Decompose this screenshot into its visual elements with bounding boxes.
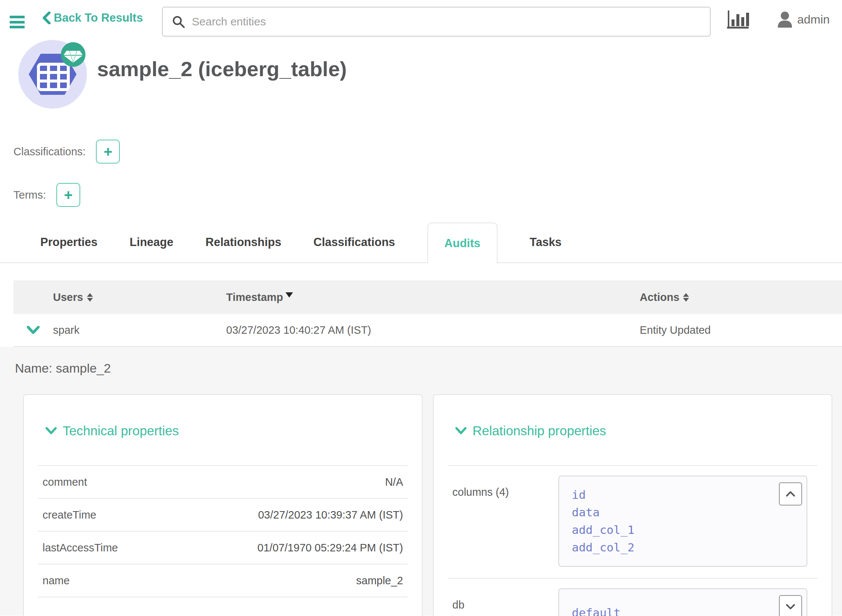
entity-tabs: Properties Lineage Relationships Classif… xyxy=(0,223,842,262)
sort-descending-icon xyxy=(286,288,293,300)
tab-audits-active[interactable]: Audits xyxy=(427,223,498,264)
classifications-row: Classifications: + xyxy=(13,140,842,164)
add-classification-button[interactable]: + xyxy=(96,140,120,164)
add-term-button[interactable]: + xyxy=(56,183,80,207)
technical-properties-title: Technical properties xyxy=(63,423,179,438)
db-link-default[interactable]: default xyxy=(572,604,807,616)
relationship-properties-toggle[interactable]: Relationship properties xyxy=(455,423,817,438)
classifications-label: Classifications: xyxy=(13,146,85,158)
chevron-down-icon xyxy=(455,427,467,435)
audit-row: spark 03/27/2023 10:40:27 AM (IST) Entit… xyxy=(13,314,842,347)
username-label: admin xyxy=(797,13,830,27)
tab-classifications[interactable]: Classifications xyxy=(314,223,395,262)
tab-properties[interactable]: Properties xyxy=(40,223,97,262)
top-bar: Back To Results admin xyxy=(0,0,842,37)
page-title: sample_2 (iceberg_table) xyxy=(97,57,347,81)
sort-both-icon xyxy=(683,293,689,302)
entity-header: sample_2 (iceberg_table) xyxy=(0,37,842,131)
db-key-label: db xyxy=(452,588,558,611)
column-link-id[interactable]: id xyxy=(572,486,807,504)
relationship-properties-title: Relationship properties xyxy=(473,423,606,438)
relationship-properties-card: Relationship properties columns (4) id d… xyxy=(433,394,832,616)
tab-tasks[interactable]: Tasks xyxy=(530,223,562,262)
audit-row-action: Entity Updated xyxy=(634,324,842,336)
audit-detail-panel: Name: sample_2 Technical properties comm… xyxy=(0,347,842,616)
audits-table: Users Timestamp Actions spark xyxy=(13,280,842,347)
audit-row-timestamp: 03/27/2023 10:40:27 AM (IST) xyxy=(220,324,634,336)
chevron-down-icon xyxy=(46,427,57,435)
expand-db-button[interactable] xyxy=(779,595,802,616)
relationship-row-db: db default xyxy=(448,579,817,616)
search-icon xyxy=(172,15,185,28)
search-box xyxy=(162,7,711,37)
column-header-users[interactable]: Users xyxy=(47,291,220,304)
search-input[interactable] xyxy=(192,15,677,28)
hamburger-menu-icon[interactable] xyxy=(10,16,25,28)
tabs-divider xyxy=(0,262,842,263)
property-row-name: name sample_2 xyxy=(38,564,408,597)
relationship-row-columns: columns (4) id data add_col_1 add_col_2 xyxy=(448,466,817,579)
user-icon xyxy=(777,11,793,28)
statistics-chart-icon[interactable] xyxy=(727,10,750,31)
column-link-add-col-1[interactable]: add_col_1 xyxy=(572,521,807,539)
db-value-box: default xyxy=(558,588,807,616)
terms-label: Terms: xyxy=(13,189,46,201)
audit-row-user: spark xyxy=(47,324,220,336)
columns-key-label: columns (4) xyxy=(452,476,558,498)
terms-row: Terms: + xyxy=(13,183,842,207)
column-link-data[interactable]: data xyxy=(572,504,807,521)
back-to-results-link[interactable]: Back To Results xyxy=(42,11,143,25)
user-menu[interactable]: admin xyxy=(777,11,830,28)
collapse-columns-button[interactable] xyxy=(779,482,802,505)
back-link-label: Back To Results xyxy=(54,11,143,25)
property-row-createtime: createTime 03/27/2023 10:39:37 AM (IST) xyxy=(38,499,408,532)
chevron-down-icon xyxy=(786,604,795,610)
technical-properties-card: Technical properties comment N/A createT… xyxy=(23,394,422,616)
iceberg-table-entity-icon xyxy=(17,38,88,111)
column-header-actions[interactable]: Actions xyxy=(634,291,842,304)
audits-table-header: Users Timestamp Actions xyxy=(13,280,842,314)
chevron-up-icon xyxy=(786,491,795,497)
columns-list-box: id data add_col_1 add_col_2 xyxy=(558,476,807,567)
property-row-lastaccesstime: lastAccessTime 01/07/1970 05:29:24 PM (I… xyxy=(38,532,408,564)
expand-row-chevron-down-icon[interactable] xyxy=(13,326,47,334)
chevron-left-icon xyxy=(42,12,51,24)
tab-relationships[interactable]: Relationships xyxy=(206,223,281,262)
technical-properties-toggle[interactable]: Technical properties xyxy=(46,423,408,438)
tab-lineage[interactable]: Lineage xyxy=(130,223,173,262)
column-header-timestamp[interactable]: Timestamp xyxy=(220,288,634,307)
property-row-comment: comment N/A xyxy=(38,466,408,499)
column-link-add-col-2[interactable]: add_col_2 xyxy=(572,539,807,556)
audit-detail-name: Name: sample_2 xyxy=(15,361,842,376)
sort-both-icon xyxy=(87,293,93,302)
